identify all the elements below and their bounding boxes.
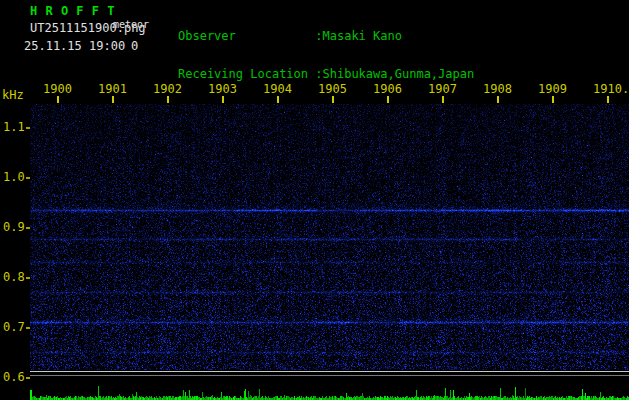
- info-value: :Masaki Kano: [315, 29, 402, 43]
- time-tick-mark: [332, 96, 334, 103]
- freq-tick-mark: [26, 377, 30, 379]
- freq-axis-unit: kHz: [2, 88, 24, 102]
- mode-label: meteor: [113, 19, 149, 30]
- time-tick-label: 1905: [318, 83, 347, 96]
- signal-level-canvas: [30, 382, 629, 400]
- time-tick-mark: [552, 96, 554, 103]
- info-row-observer: Observer:Masaki Kano: [178, 30, 568, 43]
- datetime-label: 25.11.15 19:00: [24, 39, 125, 53]
- time-tick-label: 1908: [483, 83, 512, 96]
- info-label: Receiving Location: [178, 68, 315, 81]
- time-tick-mark: [222, 96, 224, 103]
- time-tick-mark: [167, 96, 169, 103]
- freq-tick-label: 0.7: [3, 321, 25, 334]
- hrofft-window: H R O F F T UT2511151900.png meteor 25.1…: [0, 0, 629, 400]
- time-tick-label: 1900: [43, 83, 72, 96]
- freq-tick-label: 0.6: [3, 371, 25, 384]
- separator-line-bottom: [30, 375, 629, 376]
- time-tick-label: 1901: [98, 83, 127, 96]
- info-label: Observer: [178, 30, 315, 43]
- time-tick-label: 1907: [428, 83, 457, 96]
- time-tick-label: 1906: [373, 83, 402, 96]
- time-tick-label: 1909: [538, 83, 567, 96]
- time-tick-mark: [607, 96, 609, 103]
- time-tick-label: 1903: [208, 83, 237, 96]
- time-tick-mark: [442, 96, 444, 103]
- freq-tick-label: 1.1: [3, 121, 25, 134]
- app-title: H R O F F T: [30, 4, 115, 18]
- time-tick-mark: [57, 96, 59, 103]
- spectrogram-canvas: [30, 104, 629, 370]
- time-tick-label: 1910.: [593, 83, 629, 96]
- time-tick-label: 1904: [263, 83, 292, 96]
- freq-tick-label: 0.8: [3, 271, 25, 284]
- time-tick-label: 1902: [153, 83, 182, 96]
- info-row-location: Receiving Location:Shibukawa,Gunma,Japan: [178, 68, 568, 81]
- freq-tick-label: 1.0: [3, 171, 25, 184]
- time-tick-mark: [112, 96, 114, 103]
- time-tick-mark: [387, 96, 389, 103]
- freq-tick-label: 0.9: [3, 221, 25, 234]
- time-tick-mark: [277, 96, 279, 103]
- event-count: 0: [131, 39, 138, 53]
- separator-line-top: [30, 371, 629, 372]
- info-value: :Shibukawa,Gunma,Japan: [315, 67, 474, 81]
- time-tick-mark: [497, 96, 499, 103]
